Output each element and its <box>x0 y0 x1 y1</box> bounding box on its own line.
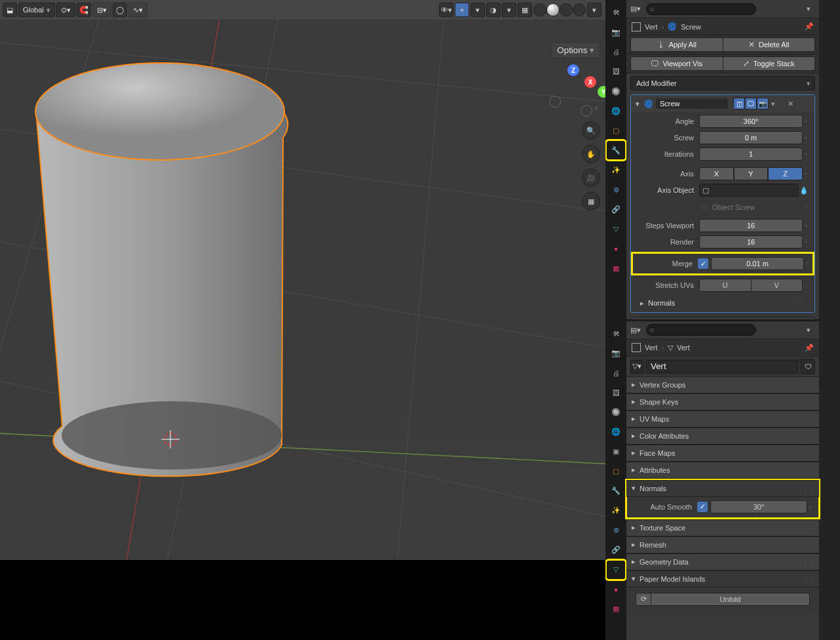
perspective-icon[interactable]: ▦ <box>582 192 600 210</box>
grip-icon[interactable]: ⋮⋮ <box>791 299 805 308</box>
output-tab-icon[interactable]: 🖨 <box>607 43 625 61</box>
viewport-toggle-icon[interactable]: 🖵 <box>745 98 757 110</box>
prop-edit-toggle[interactable]: ◯ <box>113 3 127 17</box>
anim-dot-icon[interactable]: • <box>803 202 809 212</box>
material-tab-icon[interactable]: ● <box>607 239 625 258</box>
eyedropper-icon[interactable]: 💧 <box>799 186 809 195</box>
mesh-name-input[interactable] <box>646 360 798 373</box>
orientation-dropdown[interactable]: Global <box>18 3 55 17</box>
collection-tab-icon[interactable]: ▣ <box>607 443 625 461</box>
toggle-stack-button[interactable]: ⤢Toggle Stack <box>723 56 816 71</box>
particles-tab-icon[interactable]: ✨ <box>607 161 625 179</box>
tool-tab-icon[interactable]: 🛠 <box>607 325 625 343</box>
delete-all-button[interactable]: ✕Delete All <box>723 37 816 52</box>
render-shade-icon[interactable] <box>573 3 586 16</box>
mesh-small-icon[interactable]: ▽▾ <box>630 360 643 373</box>
output-tab-icon[interactable]: 🖨 <box>607 364 625 382</box>
pan-icon[interactable]: ✋ <box>582 145 600 163</box>
axis-x-button[interactable]: X <box>699 167 734 180</box>
pivot-dropdown[interactable]: ⊙▾ <box>56 3 75 17</box>
constraints-tab-icon[interactable]: 🔗 <box>607 541 625 559</box>
gizmo-dropdown-icon[interactable]: ▾ <box>470 3 485 17</box>
anim-dot-icon[interactable]: • <box>803 132 809 143</box>
snap-dropdown[interactable]: ⊟▾ <box>92 3 111 17</box>
render-tab-icon[interactable]: 📷 <box>607 344 625 363</box>
expand-triangle-icon[interactable]: ▸ <box>640 299 648 308</box>
search-options-icon[interactable]: ▾ <box>802 5 815 13</box>
remesh-section[interactable]: ▸Remesh⋮⋮ <box>626 536 819 553</box>
render-tab-icon[interactable]: 📷 <box>607 23 625 41</box>
modifier-menu-icon[interactable]: ▾ <box>771 100 780 108</box>
grip-icon[interactable]: ⋮⋮ <box>802 577 816 586</box>
wire-shade-icon[interactable] <box>533 3 546 16</box>
modifier-name-field[interactable]: Screw <box>656 98 728 109</box>
breadcrumb-object[interactable]: Vert <box>645 23 658 31</box>
viewport-vis-button[interactable]: 🖵Viewport Vis <box>630 56 723 71</box>
shading-dropdown-icon[interactable]: ▾ <box>587 3 601 17</box>
anim-dot-icon[interactable]: • <box>803 220 809 231</box>
object-tab-icon[interactable]: ▢ <box>607 462 625 481</box>
physics-tab-icon[interactable]: ⊚ <box>607 521 625 540</box>
viewlayer-tab-icon[interactable]: 🖼 <box>607 384 625 402</box>
texture-space-section[interactable]: ▸Texture Space⋮⋮ <box>626 519 819 536</box>
editmode-toggle-icon[interactable]: ◫ <box>733 98 745 110</box>
grip-icon[interactable]: ⋮⋮ <box>802 400 816 409</box>
grip-icon[interactable]: ⋮⋮ <box>802 451 816 460</box>
tool-tab-icon[interactable]: 🛠 <box>607 3 625 22</box>
prop-edit-dropdown[interactable]: ∿▾ <box>128 3 147 17</box>
gizmo-toggle-icon[interactable]: ⌖ <box>455 3 469 17</box>
anim-dot-icon[interactable]: • <box>803 237 809 247</box>
matprev-shade-icon[interactable] <box>560 3 573 16</box>
vertex-groups-section[interactable]: ▸Vertex Groups⋮⋮ <box>626 376 819 393</box>
shading-modes[interactable] <box>533 3 586 16</box>
autosmooth-checkbox[interactable] <box>697 502 708 512</box>
geometry-data-section[interactable]: ▸Geometry Data⋮⋮ <box>626 553 819 570</box>
autosmooth-angle-field[interactable]: 30° <box>710 500 807 513</box>
anim-dot-icon[interactable]: • <box>804 258 811 269</box>
grip-icon[interactable]: ⋮⋮ <box>802 417 816 426</box>
properties-search-input[interactable] <box>646 3 756 15</box>
grip-icon[interactable]: ⋮⋮ <box>802 487 816 495</box>
axis-z-button[interactable]: Z <box>768 167 803 180</box>
breadcrumb-modifier[interactable]: Screw <box>681 23 701 31</box>
angle-field[interactable]: 360° <box>699 115 803 128</box>
paper-model-section[interactable]: ▾Paper Model Islands⋮⋮ <box>626 570 819 588</box>
anim-dot-icon[interactable]: • <box>807 502 814 512</box>
stretch-v-button[interactable]: V <box>752 279 803 292</box>
cylinder-object[interactable] <box>35 63 288 476</box>
delete-modifier-icon[interactable]: ✕ <box>784 98 796 110</box>
merge-checkbox[interactable] <box>698 258 708 269</box>
uv-maps-section[interactable]: ▸UV Maps⋮⋮ <box>626 410 819 428</box>
breadcrumb-data[interactable]: Vert <box>677 344 690 351</box>
stretch-u-button[interactable]: U <box>699 279 752 292</box>
anim-dot-icon[interactable]: • <box>803 149 809 159</box>
iterations-field[interactable]: 1 <box>699 148 803 161</box>
object-tab-icon[interactable]: ▢ <box>607 121 625 140</box>
gizmo-neg-axis-icon[interactable] <box>549 96 561 108</box>
apply-all-button[interactable]: ⭳Apply All <box>630 37 723 52</box>
attributes-section[interactable]: ▸Attributes⋮⋮ <box>626 462 819 479</box>
viewport-3d[interactable]: Options ▾ Z X Y ‹ 🔍 ✋ 🎥 ▦ <box>0 20 605 560</box>
snap-toggle[interactable]: 🧲 <box>77 3 91 17</box>
modifier-tab-icon[interactable]: 🔧 <box>607 141 625 159</box>
face-maps-section[interactable]: ▸Face Maps⋮⋮ <box>626 445 819 462</box>
anim-dot-icon[interactable]: • <box>803 116 809 127</box>
breadcrumb-object[interactable]: Vert <box>645 344 658 351</box>
nav-gizmo[interactable]: Z X Y <box>549 64 598 113</box>
overlay-toggle-icon[interactable]: ◑ <box>486 3 501 17</box>
viewport-options-button[interactable]: Options ▾ <box>551 42 600 58</box>
physics-tab-icon[interactable]: ⊚ <box>607 180 625 199</box>
screw-modifier-header[interactable]: ▾ 🌀 Screw ◫ 🖵 📷 ▾ ✕ ⋮⋮ <box>631 95 814 112</box>
pin-icon[interactable]: 📌 <box>805 22 814 31</box>
scene-tab-icon[interactable]: 🔘 <box>607 82 625 100</box>
search-options-icon[interactable]: ▾ <box>802 326 815 334</box>
grip-icon[interactable]: ⋮⋮ <box>802 434 816 443</box>
fake-user-icon[interactable]: 🛡 <box>801 359 815 374</box>
texture-tab-icon[interactable]: ▩ <box>607 259 625 277</box>
gizmo-y-icon[interactable]: Y <box>598 86 605 98</box>
viewlayer-tab-icon[interactable]: 🖼 <box>607 62 625 81</box>
camera-view-icon[interactable]: 🎥 <box>582 169 600 187</box>
shape-keys-section[interactable]: ▸Shape Keys⋮⋮ <box>626 393 819 410</box>
world-tab-icon[interactable]: 🌐 <box>607 102 625 120</box>
zoom-icon[interactable]: 🔍 <box>582 121 600 140</box>
